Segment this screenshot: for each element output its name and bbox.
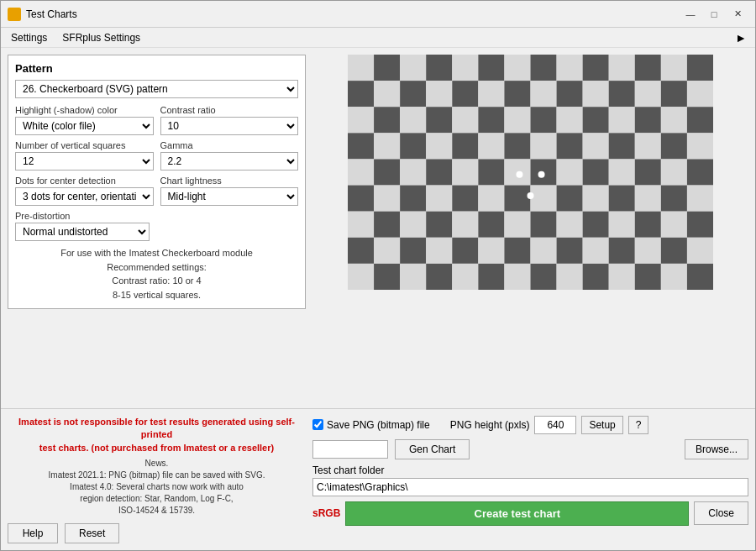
gen-chart-input[interactable] [312, 440, 388, 459]
highlight-select[interactable]: White (color file) [15, 117, 154, 135]
lightness-label: Chart lightness [160, 176, 299, 186]
minimize-button[interactable]: — [680, 6, 701, 23]
dots-label: Dots for center detection [15, 176, 154, 186]
setup-button[interactable]: Setup [581, 416, 622, 434]
png-height-input[interactable] [534, 416, 576, 434]
gen-chart-row: Gen Chart Browse... [312, 439, 748, 459]
warning-line2: test charts. (not purchased from Imatest… [8, 442, 306, 454]
main-window: Test Charts — □ ✕ Settings SFRplus Setti… [0, 0, 756, 551]
test-chart-folder-label: Test chart folder [312, 464, 748, 476]
svg-rect-1 [13, 12, 15, 19]
highlight-label: Highlight (-shadow) color [15, 105, 154, 115]
svg-rect-0 [9, 14, 12, 19]
help-button[interactable]: Help [8, 523, 58, 543]
pattern-title: Pattern [15, 62, 298, 75]
lightness-select[interactable]: Mid-light [160, 187, 299, 206]
squares-label: Number of vertical squares [15, 140, 154, 150]
app-icon [8, 8, 21, 21]
save-png-label: Save PNG (bitmap) file [312, 419, 430, 431]
left-panel: Pattern 26. Checkerboard (SVG) pattern H… [8, 55, 306, 401]
bottom-right: Save PNG (bitmap) file PNG height (pxls)… [312, 416, 748, 543]
contrast-label: Contrast ratio [160, 105, 299, 115]
maximize-button[interactable]: □ [703, 6, 725, 23]
save-png-row: Save PNG (bitmap) file PNG height (pxls)… [312, 416, 748, 434]
row-dots-lightness: Dots for center detection 3 dots for cen… [15, 176, 298, 206]
help-reset-row: Help Reset [8, 523, 306, 543]
menu-bar: Settings SFRplus Settings ► [1, 28, 755, 48]
field-predistortion: Pre-distortion Normal undistorted [15, 211, 150, 241]
create-test-chart-button[interactable]: Create test chart [345, 501, 689, 526]
news-line4: ISO-14524 & 15739. [8, 505, 306, 517]
question-button[interactable]: ? [628, 416, 649, 434]
news-line2: Imatest 4.0: Several charts now work wit… [8, 481, 306, 493]
field-lightness: Chart lightness Mid-light [160, 176, 299, 206]
srgb-label: sRGB [312, 507, 340, 519]
field-squares: Number of vertical squares 12 [15, 140, 154, 171]
row-squares-gamma: Number of vertical squares 12 Gamma 2.2 [15, 140, 298, 171]
dots-select[interactable]: 3 dots for center, orientati... [15, 187, 154, 206]
browse-button[interactable]: Browse... [685, 439, 748, 459]
squares-select[interactable]: 12 [15, 152, 154, 171]
close-button[interactable]: Close [694, 501, 748, 525]
news-line3: region detection: Star, Random, Log F-C, [8, 493, 306, 505]
png-height-label: PNG height (pxls) [450, 419, 530, 431]
title-bar-left: Test Charts [8, 8, 77, 21]
info-line3: Contrast ratio: 10 or 4 [15, 274, 298, 288]
folder-row: Test chart folder [312, 464, 748, 496]
row-predistortion: Pre-distortion Normal undistorted [15, 211, 298, 241]
bottom-left: Imatest is not responsible for test resu… [8, 416, 306, 543]
menu-sfrplus-settings[interactable]: SFRplus Settings [55, 30, 147, 45]
save-png-text: Save PNG (bitmap) file [327, 419, 430, 431]
info-line1: For use with the Imatest Checkerboard mo… [15, 246, 298, 260]
save-png-checkbox[interactable] [312, 419, 323, 430]
menu-arrow[interactable]: ► [730, 31, 752, 45]
checkerboard-preview [348, 55, 713, 290]
warning-text: Imatest is not responsible for test resu… [8, 416, 306, 454]
menu-settings[interactable]: Settings [4, 30, 54, 45]
info-text: For use with the Imatest Checkerboard mo… [15, 246, 298, 302]
window-controls: — □ ✕ [680, 6, 748, 23]
close-window-button[interactable]: ✕ [727, 6, 748, 23]
create-row: sRGB Create test chart Close [312, 501, 748, 526]
predistortion-select[interactable]: Normal undistorted [15, 223, 150, 241]
gamma-select[interactable]: 2.2 [160, 152, 299, 171]
field-dots: Dots for center detection 3 dots for cen… [15, 176, 154, 206]
news-title: News. [8, 458, 306, 470]
png-height-row: PNG height (pxls) Setup ? [450, 416, 649, 434]
contrast-select[interactable]: 10 [160, 117, 299, 135]
gamma-label: Gamma [160, 140, 299, 150]
pattern-select[interactable]: 26. Checkerboard (SVG) pattern [15, 80, 298, 98]
field-highlight: Highlight (-shadow) color White (color f… [15, 105, 154, 135]
reset-button[interactable]: Reset [65, 523, 119, 543]
warning-line1: Imatest is not responsible for test resu… [8, 416, 306, 442]
gen-chart-button[interactable]: Gen Chart [395, 439, 470, 459]
predistortion-label: Pre-distortion [15, 211, 150, 221]
field-contrast: Contrast ratio 10 [160, 105, 299, 135]
window-title: Test Charts [26, 8, 77, 20]
svg-rect-2 [16, 9, 18, 19]
right-panel [312, 55, 748, 401]
bottom-section: Imatest is not responsible for test resu… [1, 408, 755, 550]
info-line2: Recommended settings: [15, 260, 298, 275]
main-content: Pattern 26. Checkerboard (SVG) pattern H… [1, 48, 755, 408]
test-chart-folder-input[interactable] [312, 478, 748, 496]
title-bar: Test Charts — □ ✕ [1, 1, 755, 28]
news-line1: Imatest 2021.1: PNG (bitmap) file can be… [8, 470, 306, 481]
field-gamma: Gamma 2.2 [160, 140, 299, 171]
pattern-group: Pattern 26. Checkerboard (SVG) pattern H… [8, 55, 306, 309]
row-highlight-contrast: Highlight (-shadow) color White (color f… [15, 105, 298, 135]
news-text: News. Imatest 2021.1: PNG (bitmap) file … [8, 458, 306, 517]
info-line4: 8-15 vertical squares. [15, 288, 298, 302]
